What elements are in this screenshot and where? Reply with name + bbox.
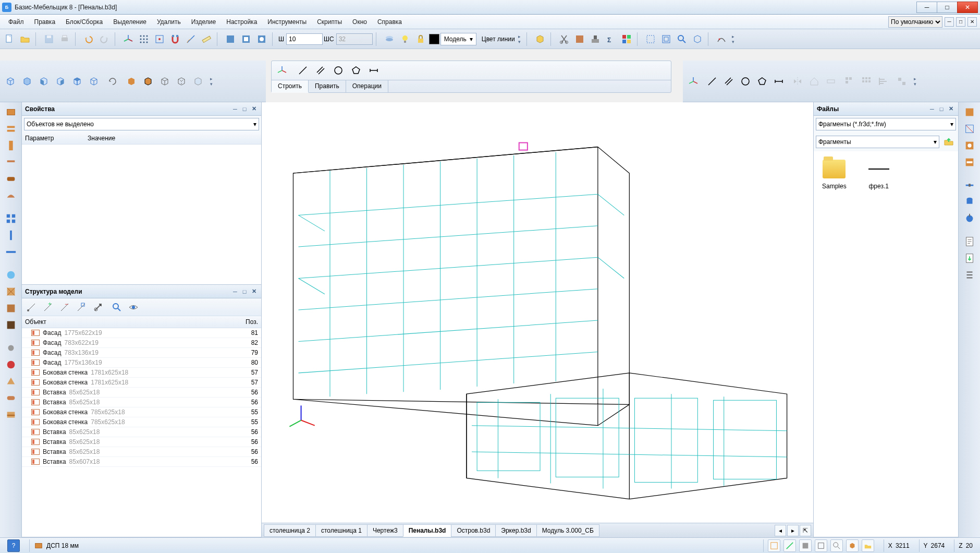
list-button[interactable] [962,267,977,283]
tree-row[interactable]: Вставка85x607x1856 [22,457,261,467]
panel-restore-icon[interactable]: □ [240,287,249,296]
cut-button[interactable] [557,32,571,46]
view-left-button[interactable] [36,74,51,89]
tree-row[interactable]: Боковая стенка1781x625x1857 [22,378,261,388]
line-tool-2[interactable] [705,74,719,89]
circle-tool-button[interactable] [331,63,346,78]
line-tool-button[interactable] [296,63,310,78]
zoom-button[interactable] [675,32,689,46]
polygon-tool-2[interactable] [755,74,769,89]
maximize-button[interactable]: □ [937,2,958,13]
selection-combo[interactable]: Объектов не выделено ▾ [24,118,259,130]
menu-settings[interactable]: Настройка [221,16,262,28]
wood-button[interactable] [3,300,19,316]
dimension-tool-2[interactable] [771,74,786,89]
palette-button[interactable] [619,32,634,46]
tree-row[interactable]: Боковая стенка785x625x1855 [22,417,261,427]
align-icon[interactable] [876,74,890,89]
views-overflow[interactable]: ▸▾ [207,74,215,89]
polygon-tool-button[interactable] [349,63,363,78]
tab-list-button[interactable]: ⇱ [800,525,811,536]
file-item[interactable]: фрез.1 [867,160,890,190]
ruler-button[interactable] [199,32,214,46]
box-tool-button[interactable] [533,32,547,46]
hole-button[interactable] [962,138,977,153]
mdi-close-button[interactable]: ✕ [967,17,977,27]
tree-row[interactable]: Вставка85x625x1856 [22,388,261,398]
edge-button[interactable] [3,154,19,170]
grid-array-icon[interactable] [859,74,874,89]
panel-restore-icon[interactable]: □ [937,105,946,113]
dowel-button[interactable] [962,194,977,210]
tree-row[interactable]: Фасад783x136x1979 [22,348,261,358]
home-icon[interactable] [807,74,822,89]
panel-close-icon[interactable]: ✕ [250,287,258,296]
tree-row[interactable]: Вставка85x625x1856 [22,447,261,457]
menu-file[interactable]: Файл [3,16,29,28]
doc-tab[interactable]: Эркер.b3d [495,524,536,537]
save-button[interactable] [42,32,56,46]
mdi-restore-button[interactable]: □ [956,17,965,27]
drawer-button[interactable] [3,407,19,423]
doc-tab[interactable]: Остров.b3d [451,524,496,537]
folder-up-button[interactable] [941,135,956,149]
curve-button[interactable] [3,188,19,203]
snap-status-3[interactable] [799,539,812,552]
view-right-button[interactable] [53,74,68,89]
snap-status-4[interactable] [815,539,827,552]
menu-window[interactable]: Окно [347,16,372,28]
file-breadcrumb-combo[interactable]: Фрагменты ▾ [816,136,939,148]
array-v-button[interactable] [3,211,19,226]
wireframe-button[interactable] [157,74,172,89]
tree-row[interactable]: Боковая стенка1781x625x1857 [22,368,261,378]
tools-icon[interactable] [91,300,105,315]
tree-row[interactable]: Боковая стенка785x625x1855 [22,407,261,417]
grid-button[interactable] [137,32,151,46]
distv-button[interactable] [3,227,19,243]
help-button[interactable]: ? [7,539,20,552]
panel-restore-icon[interactable]: □ [240,105,249,113]
rotate-view-button[interactable] [105,74,120,89]
file-item[interactable]: Samples [822,160,847,190]
add-node-icon[interactable]: + [41,300,55,315]
shaded-button[interactable] [124,74,139,89]
structure-tree[interactable]: Объект Поз. Фасад1775x622x1981Фасад783x6… [22,316,261,537]
shaded-edges-button[interactable] [141,74,155,89]
draw-overflow[interactable]: ▸▾ [911,74,918,89]
doc-tab[interactable]: Пеналы.b3d [403,524,452,537]
texture-button[interactable] [3,284,19,299]
remove-node-icon[interactable]: − [57,300,72,315]
handle-button[interactable] [3,390,19,406]
panel-minimize-icon[interactable]: ─ [231,105,239,113]
zoom-fit-button[interactable] [643,32,658,46]
find-icon[interactable] [109,300,124,315]
tree-row[interactable]: Вставка85x625x1856 [22,398,261,407]
pyramid-button[interactable] [3,374,19,389]
view-top-button[interactable] [70,74,84,89]
mdi-minimize-button[interactable]: ─ [945,17,954,27]
print-button[interactable] [57,32,72,46]
axis3d-icon[interactable] [275,63,289,78]
doc-tab[interactable]: Чертеж3 [367,524,403,537]
hidden-line-button[interactable] [174,74,189,89]
panel-minimize-icon[interactable]: ─ [231,287,239,296]
snap-status-2[interactable] [783,539,796,552]
hardware-button[interactable] [3,340,19,356]
render-button[interactable] [3,267,19,283]
snap-status-5[interactable] [830,539,843,552]
parallel-tool-button[interactable] [313,63,328,78]
tree-row[interactable]: Фасад783x622x1982 [22,338,261,348]
tree-row[interactable]: Фасад1775x622x1981 [22,328,261,338]
menu-selection[interactable]: Выделение [108,16,152,28]
explode-icon[interactable] [895,74,909,89]
menu-tools[interactable]: Инструменты [262,16,312,28]
model-dropdown[interactable]: Модель ▾ [440,33,476,45]
doc-tab[interactable]: столешница 2 [264,524,316,537]
menu-scripts[interactable]: Скрипты [312,16,347,28]
filter-icon[interactable] [74,300,89,315]
width-input[interactable] [286,33,323,45]
layers-button[interactable] [382,32,397,46]
bevel-button[interactable] [3,171,19,187]
section-button[interactable] [962,121,977,137]
close-button[interactable]: ✕ [957,2,978,13]
